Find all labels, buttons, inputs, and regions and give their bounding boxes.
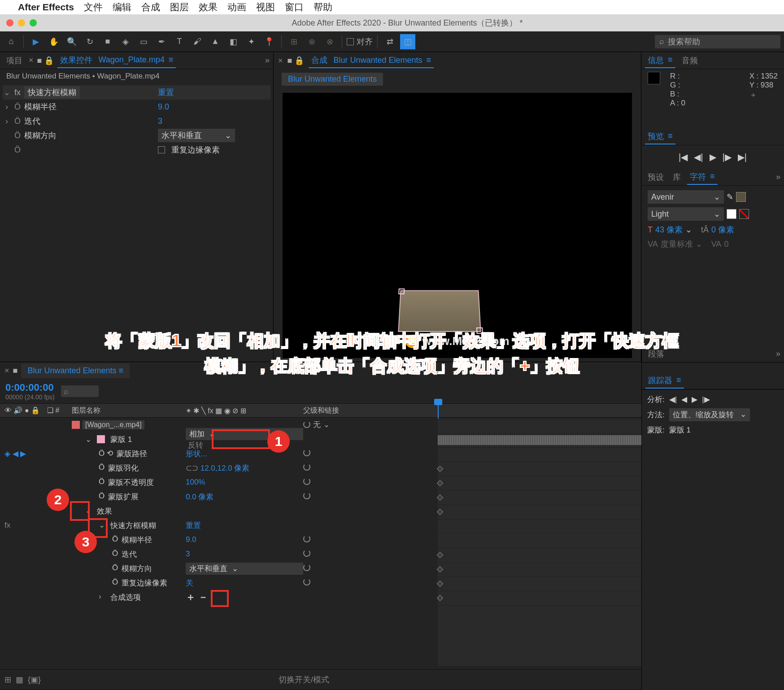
hand-tool[interactable]: ✋ xyxy=(46,34,61,49)
tracking-value[interactable]: 度量标准 xyxy=(661,239,693,249)
camera-tool[interactable]: ■ xyxy=(100,34,115,49)
timeline-effect-name[interactable]: 快速方框模糊 xyxy=(110,520,156,531)
project-tab[interactable]: 项目 xyxy=(4,53,25,68)
mask-opacity-value[interactable]: 100% xyxy=(186,478,205,486)
mask-color-swatch[interactable] xyxy=(97,435,105,443)
rectangle-tool[interactable]: ▭ xyxy=(136,34,151,49)
menu-layer[interactable]: 图层 xyxy=(170,1,189,13)
menu-composition[interactable]: 合成 xyxy=(141,1,160,13)
fill-swatch[interactable] xyxy=(736,192,746,202)
close-comp-icon[interactable]: × xyxy=(278,56,283,66)
home-button[interactable]: ⌂ xyxy=(4,34,19,49)
panel-overflow-right-icon[interactable]: » xyxy=(776,172,780,182)
tracker-tab[interactable]: 跟踪器 ≡ xyxy=(645,373,684,389)
menu-file[interactable]: 文件 xyxy=(84,1,103,13)
help-search[interactable]: ⌕ 搜索帮助 xyxy=(655,35,780,48)
font-style-dropdown[interactable]: Light⌄ xyxy=(648,207,724,221)
mask-path-value[interactable]: 形状... xyxy=(186,450,207,458)
brush-tool[interactable]: 🖌 xyxy=(190,34,205,49)
window-minimize-button[interactable] xyxy=(18,19,25,26)
fastboxblur-twirl-icon[interactable]: ⌄ xyxy=(99,520,108,531)
effects-group[interactable]: 效果 xyxy=(97,506,112,516)
stroke-swatch[interactable] xyxy=(727,209,736,219)
clone-stamp-tool[interactable]: ▲ xyxy=(208,34,223,49)
prev-frame-button[interactable]: ◀| xyxy=(694,152,703,162)
roto-brush-tool[interactable]: ✦ xyxy=(244,34,259,49)
timeline-effect-reset[interactable]: 重置 xyxy=(186,521,201,530)
analyze-forward-all[interactable]: |▶ xyxy=(702,395,710,404)
twirl-right-icon[interactable]: › xyxy=(3,102,11,112)
kerning-value[interactable]: 0 xyxy=(724,240,728,249)
last-frame-button[interactable]: ▶| xyxy=(738,152,747,162)
toggle-modes-icon[interactable]: ▦ xyxy=(16,675,23,685)
panel-overflow-icon[interactable]: » xyxy=(265,56,270,65)
mask-expansion-value[interactable]: 0.0 像素 xyxy=(186,493,213,501)
snapping-checkbox[interactable] xyxy=(347,38,354,45)
audio-tab[interactable]: 音频 xyxy=(679,53,701,68)
layer-name[interactable]: [Wagon_...e.mp4] xyxy=(83,420,144,429)
library-tab[interactable]: 库 xyxy=(670,170,684,184)
first-frame-button[interactable]: |◀ xyxy=(679,152,688,162)
axis-world-icon[interactable]: ⊕ xyxy=(304,34,319,49)
info-tab[interactable]: 信息 ≡ xyxy=(645,53,675,68)
current-timecode[interactable]: 0:00:00:00 xyxy=(5,382,55,393)
tl-repeat-value[interactable]: 关 xyxy=(186,579,193,587)
switch-mode-toggle[interactable]: 切换开关/模式 xyxy=(279,674,329,685)
leading-value[interactable]: 0 像素 xyxy=(711,224,734,235)
app-name-menu[interactable]: After Effects xyxy=(18,2,74,13)
type-tool[interactable]: T xyxy=(172,34,187,49)
analyze-forward[interactable]: ▶ xyxy=(692,395,697,404)
comp-subtab[interactable]: Blur Unwanted Elements xyxy=(282,73,383,86)
close-timeline-tab-icon[interactable]: × xyxy=(4,366,9,376)
direction-dropdown[interactable]: 水平和垂直⌄ xyxy=(158,129,235,142)
axis-local-icon[interactable]: ⊞ xyxy=(286,34,301,49)
pen-tool[interactable]: ✒ xyxy=(154,34,169,49)
repeat-edge-checkbox[interactable] xyxy=(158,146,165,153)
pan-behind-tool[interactable]: ◈ xyxy=(118,34,133,49)
no-color-swatch[interactable] xyxy=(739,209,749,219)
effect-reset[interactable]: 重置 xyxy=(158,87,174,98)
effect-controls-tab[interactable]: 效果控件 Wagon_Plate.mp4 ≡ xyxy=(57,53,176,68)
analyze-backward-all[interactable]: ◀| xyxy=(669,395,677,404)
keyframe-diamond-icon[interactable] xyxy=(437,466,443,472)
eraser-tool[interactable]: ◧ xyxy=(226,34,241,49)
toggle-switches-icon[interactable]: ⊞ xyxy=(4,675,11,685)
tl-dir-dropdown[interactable]: 水平和垂直⌄ xyxy=(186,563,303,575)
timeline-comp-tab[interactable]: Blur Unwanted Elements ≡ xyxy=(21,363,130,378)
mask-twirl-icon[interactable]: ⌄ xyxy=(85,435,94,444)
default-fill-stroke-icon[interactable]: ◫ xyxy=(400,34,415,49)
close-tab-icon[interactable]: × xyxy=(29,56,34,65)
comp-options-add-button[interactable]: ＋ － xyxy=(186,591,208,603)
character-tab[interactable]: 字符 ≡ xyxy=(687,170,718,185)
parent-pickwhip[interactable]: 无 ⌄ xyxy=(303,419,330,430)
menu-help[interactable]: 帮助 xyxy=(314,1,332,13)
menu-window[interactable]: 窗口 xyxy=(285,1,304,13)
mask-name[interactable]: 蒙版 1 xyxy=(110,434,132,445)
frame-blend-icon[interactable]: {▣} xyxy=(28,675,41,685)
link-icon[interactable] xyxy=(303,449,310,456)
menu-animation[interactable]: 动画 xyxy=(227,1,246,13)
comp-options-label[interactable]: 合成选项 xyxy=(110,592,141,603)
twirl-down-icon[interactable]: ⌄ xyxy=(3,87,11,97)
font-family-dropdown[interactable]: Avenir⌄ xyxy=(648,190,724,204)
effect-name[interactable]: 快速方框模糊 xyxy=(24,86,80,99)
window-zoom-button[interactable] xyxy=(30,19,37,26)
effects-twirl-icon[interactable]: ⌄ xyxy=(85,506,94,516)
window-close-button[interactable] xyxy=(6,19,13,26)
next-frame-button[interactable]: |▶ xyxy=(723,152,732,162)
composition-viewer[interactable]: Z www.MacZ.com xyxy=(283,93,632,358)
snap-options-icon[interactable]: ⇄ xyxy=(382,34,397,49)
menu-effect[interactable]: 效果 xyxy=(199,1,218,13)
menu-view[interactable]: 视图 xyxy=(256,1,275,13)
eyedropper-icon[interactable]: ✎ xyxy=(727,192,733,202)
menu-edit[interactable]: 编辑 xyxy=(113,1,131,13)
stopwatch-icon[interactable]: Ö xyxy=(14,102,21,112)
col-layer-name[interactable]: 图层名称 xyxy=(72,406,183,415)
method-dropdown[interactable]: 位置、缩放及旋转⌄ xyxy=(669,408,750,421)
font-size-value[interactable]: 43 像素 xyxy=(655,224,683,235)
puppet-tool[interactable]: 📍 xyxy=(261,34,277,49)
iterations-value[interactable]: 3 xyxy=(158,117,162,126)
orbit-tool[interactable]: ↻ xyxy=(82,34,97,49)
selection-tool[interactable]: ▶ xyxy=(28,34,44,49)
zoom-tool[interactable]: 🔍 xyxy=(64,34,79,49)
